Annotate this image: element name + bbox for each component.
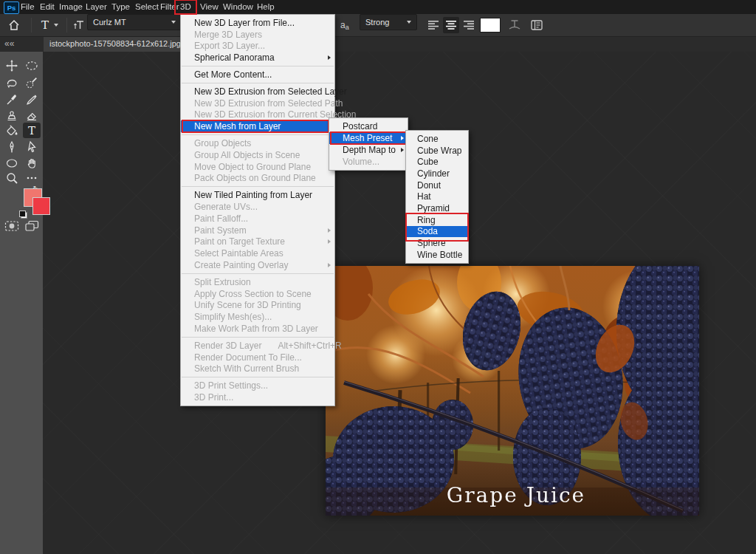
quick-selection-tool[interactable]: [23, 75, 41, 90]
lasso-tool[interactable]: [3, 75, 21, 90]
collapse-toolbar-icon[interactable]: ««: [4, 36, 14, 52]
mesh-preset-item[interactable]: Cone: [406, 133, 468, 145]
menu-item[interactable]: Paint Falloff...: [181, 213, 334, 225]
background-color-swatch[interactable]: [32, 197, 50, 215]
zoom-tool[interactable]: [3, 170, 21, 185]
document-image[interactable]: Grape Juice: [326, 266, 699, 516]
mesh-preset-item-label: Ring: [417, 215, 436, 225]
menu-item[interactable]: New Mesh from Layer: [181, 120, 334, 132]
move-icon: [5, 59, 18, 72]
submenu-item[interactable]: Postcard: [329, 120, 408, 132]
align-left-button[interactable]: [425, 17, 441, 33]
mesh-preset-item[interactable]: Wine Bottle: [406, 249, 468, 261]
lasso-icon: [5, 76, 18, 89]
photoshop-window: Ps FileEditImageLayerTypeSelectFilter3DV…: [0, 0, 756, 554]
menu-item[interactable]: Create Painting Overlay: [181, 259, 334, 271]
menu-item[interactable]: Group Objects: [181, 137, 334, 149]
menu-item-label: Sketch With Current Brush: [194, 363, 299, 374]
paint-bucket-icon: [5, 124, 18, 137]
move-tool[interactable]: [3, 58, 21, 73]
type-tool-preset[interactable]: T: [41, 14, 58, 36]
menu-item[interactable]: Move Object to Ground Plane: [181, 161, 334, 173]
more-tools-button[interactable]: [23, 170, 41, 185]
menu-item[interactable]: New 3D Layer from File...: [181, 17, 334, 29]
menu-item[interactable]: Simplify Mesh(es)...: [181, 311, 334, 323]
paint-bucket-tool[interactable]: [3, 123, 21, 138]
submenu-item[interactable]: Depth Map to: [329, 144, 408, 156]
submenu-item[interactable]: Mesh Preset: [329, 132, 408, 144]
chevron-down-icon: [171, 21, 176, 24]
clone-stamp-icon: [5, 109, 18, 122]
mesh-preset-item[interactable]: Donut: [406, 179, 468, 191]
quick-selection-icon: [25, 76, 38, 89]
home-button[interactable]: [7, 14, 21, 36]
menu-item[interactable]: New 3D Extrusion from Current Selection: [181, 109, 334, 121]
mesh-preset-submenu-panel: Cone Cube Wrap Cube Cylinder Donut Hat P…: [405, 130, 469, 264]
mesh-preset-item[interactable]: Sphere: [406, 237, 468, 249]
submenu-item[interactable]: Volume...: [329, 156, 408, 168]
shape-tool[interactable]: [3, 155, 21, 171]
mesh-preset-item[interactable]: Ring: [406, 214, 468, 226]
menu-item[interactable]: New 3D Extrusion from Selected Layer: [181, 86, 334, 98]
pen-tool[interactable]: [3, 139, 21, 154]
menubar-item[interactable]: 3D: [175, 0, 196, 14]
menu-separator: [182, 337, 334, 338]
menu-item-label: New 3D Extrusion from Selected Layer: [194, 86, 347, 97]
screen-mode-button[interactable]: [23, 218, 41, 233]
tools-panel: T: [0, 52, 43, 554]
menubar-item[interactable]: Help: [252, 0, 280, 14]
menu-item[interactable]: Unify Scene for 3D Printing: [181, 300, 334, 312]
menu-item[interactable]: Render Document To File...: [181, 352, 334, 363]
default-colors-icon[interactable]: [19, 211, 27, 219]
menu-item-label: Move Object to Ground Plane: [194, 162, 311, 172]
menu-item[interactable]: Apply Cross Section to Scene: [181, 288, 334, 300]
mesh-preset-item[interactable]: Cube Wrap: [406, 145, 468, 157]
align-center-button[interactable]: [443, 17, 459, 33]
menu-item[interactable]: Render 3D Layer Alt+Shift+Ctrl+R: [181, 340, 334, 352]
mesh-preset-item[interactable]: Pyramid: [406, 202, 468, 214]
menu-item[interactable]: Split Extrusion: [181, 276, 334, 288]
anti-alias-select[interactable]: Strong: [360, 14, 417, 30]
mesh-preset-item[interactable]: Hat: [406, 191, 468, 202]
menu-item[interactable]: New Tiled Painting from Layer: [181, 189, 334, 201]
clone-stamp-tool[interactable]: [3, 107, 21, 123]
text-color-swatch[interactable]: [480, 18, 501, 32]
menu-item[interactable]: 3D Print Settings...: [181, 380, 334, 391]
menu-item[interactable]: Make Work Path from 3D Layer: [181, 323, 334, 335]
menu-item-label: Render Document To File...: [194, 352, 302, 363]
warp-text-button[interactable]: [508, 14, 521, 36]
menu-item[interactable]: Sketch With Current Brush: [181, 363, 334, 375]
document-tab[interactable]: istockphoto-157508834-612x612.jpg @: [44, 36, 192, 52]
eraser-tool[interactable]: [23, 107, 41, 123]
quick-mask-button[interactable]: [3, 218, 21, 233]
hand-tool[interactable]: [23, 155, 41, 171]
marquee-tool[interactable]: [23, 58, 41, 73]
menu-item-label: Paint System: [194, 225, 247, 236]
menu-item[interactable]: Select Paintable Areas: [181, 247, 334, 259]
type-tool[interactable]: T: [23, 123, 41, 138]
text-orientation-toggle[interactable]: [73, 14, 86, 36]
mesh-preset-item[interactable]: Cylinder: [406, 168, 468, 179]
eyedropper-tool[interactable]: [3, 92, 21, 107]
toggle-panels-button[interactable]: [530, 14, 543, 36]
menu-item[interactable]: Paint on Target Texture: [181, 236, 334, 248]
menu-item[interactable]: Generate UVs...: [181, 201, 334, 213]
menu-item-label: Simplify Mesh(es)...: [194, 312, 272, 322]
menu-item[interactable]: Export 3D Layer...: [181, 41, 334, 52]
healing-brush-tool[interactable]: [23, 92, 41, 107]
menubar-item-label: 3D: [180, 2, 191, 11]
menu-item[interactable]: New 3D Extrusion from Selected Path: [181, 98, 334, 109]
menu-item[interactable]: Pack Objects on Ground Plane: [181, 173, 334, 185]
align-right-button[interactable]: [461, 17, 477, 33]
menu-item[interactable]: 3D Print...: [181, 391, 334, 403]
menubar-item-label: Window: [223, 2, 253, 11]
menu-item[interactable]: Merge 3D Layers: [181, 29, 334, 41]
mesh-preset-item[interactable]: Soda: [406, 226, 468, 238]
menu-item[interactable]: Group All Objects in Scene: [181, 149, 334, 161]
path-selection-tool[interactable]: [23, 139, 41, 154]
menu-item[interactable]: Paint System: [181, 225, 334, 236]
font-family-select[interactable]: Curlz MT: [87, 14, 182, 30]
menu-item[interactable]: Get More Content...: [181, 69, 334, 81]
mesh-preset-item[interactable]: Cube: [406, 156, 468, 168]
menu-item[interactable]: Spherical Panorama: [181, 52, 334, 64]
